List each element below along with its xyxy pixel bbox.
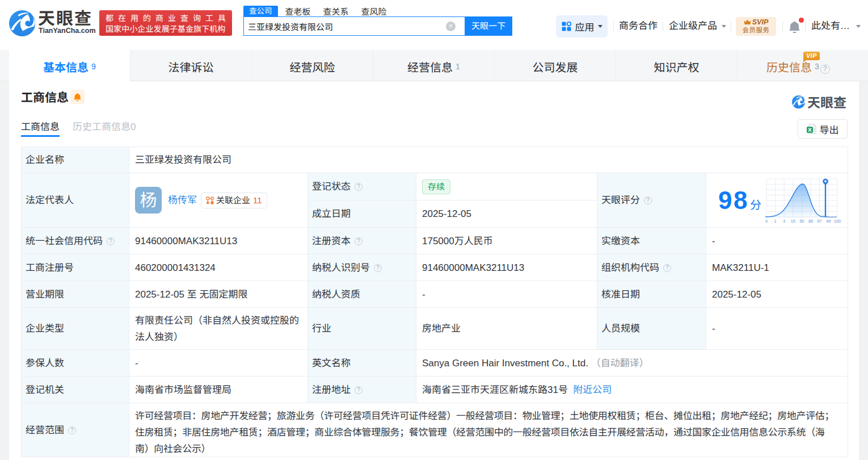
svg-text:50: 50 — [799, 219, 804, 224]
svg-text:85: 85 — [808, 219, 813, 224]
svg-text:99: 99 — [826, 219, 831, 224]
svg-text:15: 15 — [791, 219, 795, 224]
svg-text:1: 1 — [774, 219, 777, 224]
svg-text:3: 3 — [783, 219, 785, 224]
svg-text:100: 100 — [834, 219, 841, 224]
svg-text:0: 0 — [765, 219, 768, 224]
svg-text:97: 97 — [818, 219, 822, 224]
